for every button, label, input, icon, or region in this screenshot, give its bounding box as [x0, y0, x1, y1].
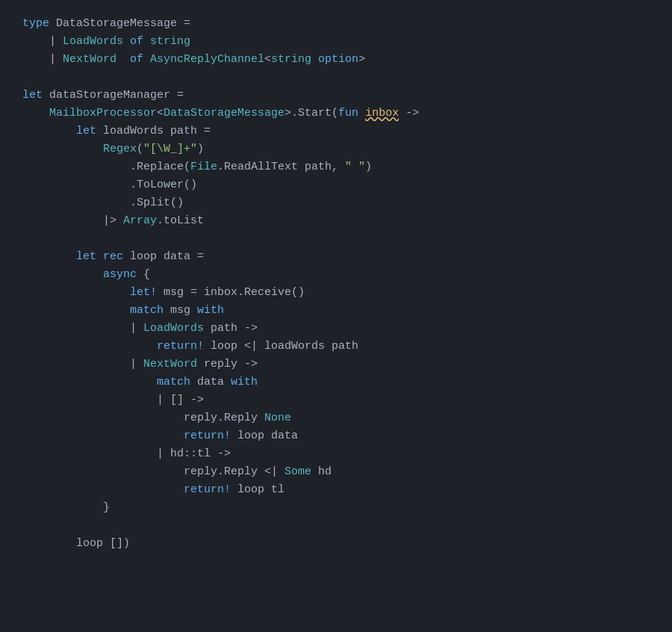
code-token: ) [123, 537, 130, 550]
code-token: .ToLower() [22, 179, 197, 191]
code-line: MailboxProcessor<DataStorageMessage>.Sta… [22, 105, 650, 123]
code-token [22, 250, 76, 263]
code-token: string [271, 53, 311, 66]
code-line: return! loop tl [22, 481, 650, 499]
code-token: loop <| loadWords path [204, 340, 358, 353]
code-token: = [177, 89, 184, 102]
code-token: data [190, 376, 231, 388]
code-token: " " [345, 161, 365, 173]
code-token: dataStorageManager [43, 89, 177, 102]
code-token: fun [338, 107, 358, 120]
code-token: ) [365, 161, 372, 173]
code-token: | [22, 358, 143, 371]
code-token: = [184, 17, 190, 30]
code-token [22, 143, 103, 155]
code-line: let! msg = inbox.Receive() [22, 284, 650, 302]
code-token: with [197, 304, 224, 317]
code-token: match [130, 304, 164, 317]
code-token [22, 376, 157, 388]
code-token: async [103, 268, 137, 281]
code-line: } [22, 499, 650, 517]
code-token [22, 286, 130, 299]
code-token: LoadWords [143, 322, 204, 335]
code-line: type DataStorageMessage = [22, 15, 650, 33]
code-line: Regex("[\W_]+") [22, 140, 650, 158]
code-line: reply.Reply None [22, 409, 650, 427]
code-line [22, 517, 650, 535]
code-line: return! loop <| loadWords path [22, 338, 650, 356]
code-token: Array [123, 214, 157, 227]
code-token [22, 125, 76, 137]
code-token: return! [184, 430, 231, 442]
code-line: | NextWord reply -> [22, 356, 650, 374]
code-token: ( [137, 143, 143, 155]
code-token [22, 430, 184, 442]
code-line: return! loop data [22, 427, 650, 445]
code-token: loop tl [231, 483, 284, 496]
code-token: >.Start( [284, 107, 338, 120]
code-token: DataStorageMessage [49, 17, 184, 30]
code-line: | [] -> [22, 391, 650, 409]
code-token: loop data [231, 430, 298, 442]
code-token: < [264, 53, 271, 66]
code-token: return! [157, 340, 204, 353]
code-line: let rec loop data = [22, 248, 650, 266]
code-line: async { [22, 266, 650, 284]
code-line: | LoadWords path -> [22, 320, 650, 338]
code-line: | NextWord of AsyncReplyChannel<string o… [22, 51, 650, 69]
code-line: let loadWords path = [22, 123, 650, 140]
code-token: option [311, 53, 358, 66]
code-token: | hd::tl -> [22, 447, 231, 460]
code-line: match data with [22, 374, 650, 391]
code-token: reply.Reply [22, 412, 264, 424]
code-token [22, 268, 103, 281]
code-token: | [22, 322, 143, 335]
code-token: path -> [204, 322, 258, 335]
code-token: | [22, 35, 63, 48]
code-token: loop data [123, 250, 197, 263]
code-token: = [197, 250, 204, 263]
code-token: msg [164, 304, 197, 317]
code-token: NextWord [143, 358, 197, 371]
code-token: ) [197, 143, 204, 155]
code-token: Some [284, 465, 311, 478]
code-editor: type DataStorageMessage = | LoadWords of… [22, 15, 650, 553]
code-token: } [22, 501, 110, 514]
code-token: = [204, 125, 211, 137]
code-token: let [22, 89, 43, 102]
code-line: let dataStorageManager = [22, 87, 650, 105]
code-token: with [231, 376, 258, 388]
code-line: reply.Reply <| Some hd [22, 463, 650, 481]
code-token: None [264, 412, 291, 424]
code-token: .ReadAllText path, [217, 161, 345, 173]
code-token: .toList [157, 214, 204, 227]
code-token: Regex [103, 143, 137, 155]
code-line: | hd::tl -> [22, 445, 650, 463]
code-line [22, 230, 650, 248]
code-token: let rec [76, 250, 123, 263]
code-token: loop [] [22, 537, 123, 550]
code-token: .Replace( [22, 161, 190, 173]
code-token: inbox [365, 107, 399, 120]
code-line: | LoadWords of string [22, 33, 650, 51]
code-token: { [137, 268, 150, 281]
code-token: reply.Reply <| [22, 465, 284, 478]
code-token: let! [130, 286, 157, 299]
code-token: of [123, 35, 150, 48]
code-token: | [22, 53, 63, 66]
code-token [22, 340, 157, 353]
code-token: < [157, 107, 164, 120]
code-token: return! [184, 483, 231, 496]
code-token: match [157, 376, 190, 388]
code-line: loop []) [22, 535, 650, 553]
code-token: MailboxProcessor [49, 107, 157, 120]
code-line: .ToLower() [22, 176, 650, 194]
code-token: let [76, 125, 96, 137]
code-token: |> [22, 214, 123, 227]
code-line [22, 69, 650, 87]
code-line: .Replace(File.ReadAllText path, " ") [22, 158, 650, 176]
code-token: reply -> [197, 358, 258, 371]
code-token: msg = inbox.Receive() [157, 286, 305, 299]
code-token: -> [399, 107, 419, 120]
code-token [358, 107, 365, 120]
